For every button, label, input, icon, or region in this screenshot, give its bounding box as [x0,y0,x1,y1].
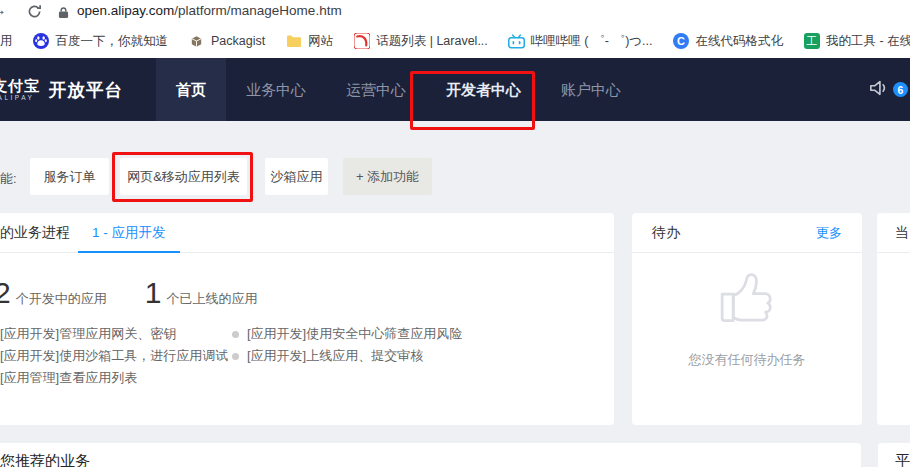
bookmark-label: 百度一下，你就知道 [56,33,169,50]
bookmark-item-packagist[interactable]: Packagist [188,33,265,50]
bookmark-item-partial[interactable]: 用 [0,33,13,50]
clipped-bottom-side-panel: 平 [878,443,910,467]
business-progress-header: 的业务进程 1 - 应用开发 [0,213,614,253]
side-panel-header: 当 [877,213,910,253]
panel-title: 的业务进程 [0,224,70,242]
todo-more-link[interactable]: 更多 [816,224,842,242]
tab-app-development[interactable]: 1 - 应用开发 [78,213,180,253]
nav-item-account-center[interactable]: 账户中心 [541,58,641,121]
checklist-right-column: [应用开发]使用安全中心筛查应用风险 [应用开发]上线应用、提交审核 [232,327,462,384]
side-panel-title: 当 [895,224,909,242]
bookmark-label: 网站 [308,33,333,50]
lock-icon[interactable] [58,5,69,23]
nav-item-business-center[interactable]: 业务中心 [226,58,326,121]
business-progress-body: 2 个开发中的应用 1 个已上线的应用 [应用开发]管理应用网关、密钥 [应用开… [0,253,614,384]
checklist-item[interactable]: [应用开发]管理应用网关、密钥 [0,327,232,340]
recommended-business-title: 您推荐的业务 [0,452,90,467]
todo-header: 待办 更多 [632,213,862,253]
todo-title: 待办 [652,224,680,242]
checklist-item[interactable]: [应用开发]使用安全中心筛查应用风险 [232,327,462,340]
recommended-business-panel: 您推荐的业务 [0,443,861,467]
sandbox-app-button[interactable]: 沙箱应用 [265,158,328,195]
app-stats: 2 个开发中的应用 1 个已上线的应用 [0,276,614,310]
browser-chrome: → open.alipay.com/platform/manageHome.ht… [0,0,910,58]
bookmark-label: 话题列表 | Laravel... [376,33,488,50]
reload-icon[interactable] [27,4,42,23]
service-orders-button[interactable]: 服务订单 [30,158,109,195]
thumbs-up-icon [710,262,784,342]
task-checklist: [应用开发]管理应用网关、密钥 [应用开发]使用沙箱工具，进行应用调试 [应用管… [0,327,614,384]
announcement-speaker-icon[interactable] [868,78,890,102]
nav-item-developer-center[interactable]: 开发者中心 [426,58,541,121]
alipay-logo[interactable]: 支付宝 ALIPAY [0,78,40,102]
navbar-menu: 首页 业务中心 运营中心 开发者中心 账户中心 [156,58,641,121]
checklist-item[interactable]: [应用开发]上线应用、提交审核 [232,349,462,362]
bookmark-item-bilibili[interactable]: 哔哩哔哩 ( ゜- ゜)つ... [508,33,653,50]
bilibili-icon [508,33,525,50]
screenshot-root: → open.alipay.com/platform/manageHome.ht… [0,0,910,467]
folder-icon [285,33,302,50]
forward-arrow-icon[interactable]: → [0,1,7,19]
notification-badge[interactable]: 6 [893,82,908,97]
bookmark-item-website-folder[interactable]: 网站 [285,33,333,50]
nav-item-home[interactable]: 首页 [156,58,226,121]
code-format-glyph: C [673,33,689,49]
todo-panel: 待办 更多 您没有任何待办任务 [632,213,862,425]
tools-icon: 工 [803,33,820,50]
baidu-paw-icon [33,33,50,50]
code-format-icon: C [673,33,690,50]
url-path: /platform/manageHome.htm [174,3,341,18]
bookmark-label: 用 [0,33,13,50]
bottom-side-panel-title: 平 [895,452,910,467]
bookmark-label: 哔哩哔哩 ( ゜- ゜)つ... [531,33,653,50]
online-apps-count: 1 [145,276,162,310]
url-host: open.alipay.com [77,3,174,18]
alipay-logo-cn: 支付宝 [0,78,40,93]
developing-apps-count: 2 [0,276,11,310]
bookmark-label: 在线代码格式化 [696,33,784,50]
alipay-logo-en: ALIPAY [0,95,40,102]
online-apps-label: 个已上线的应用 [166,290,257,308]
site-brand[interactable]: 开放平台 [49,78,123,102]
bookmark-item-baidu[interactable]: 百度一下，你就知道 [33,33,169,50]
bookmark-label: 我的工具 - 在线工具 [826,33,910,50]
bookmarks-bar: 用 百度一下，你就知道 Packagist 网站 [0,27,910,55]
developing-apps-label: 个开发中的应用 [16,290,107,308]
business-progress-panel: 的业务进程 1 - 应用开发 2 个开发中的应用 1 个已上线的应用 [应用开发… [0,213,614,425]
bookmark-item-laravel-topics[interactable]: 话题列表 | Laravel... [353,33,488,50]
learnku-icon [353,33,370,50]
packagist-icon [188,33,205,50]
quickbar-prefix-label: 能: [0,170,17,188]
bookmark-label: Packagist [211,34,265,48]
checklist-left-column: [应用开发]管理应用网关、密钥 [应用开发]使用沙箱工具，进行应用调试 [应用管… [0,327,232,384]
todo-body: 您没有任何待办任务 [632,253,862,369]
navbar-right: 6 [868,78,908,102]
nav-item-operation-center[interactable]: 运营中心 [326,58,426,121]
checklist-item[interactable]: [应用管理]查看应用列表 [0,371,232,384]
address-bar[interactable]: open.alipay.com/platform/manageHome.htm [77,3,342,18]
site-navbar: 支付宝 ALIPAY 开放平台 首页 业务中心 运营中心 开发者中心 账户中心 … [0,58,910,121]
bookmark-item-my-tools[interactable]: 工 我的工具 - 在线工具 [803,33,910,50]
clipped-side-panel: 当 [877,213,910,425]
add-feature-button[interactable]: + 添加功能 [343,158,432,195]
todo-empty-text: 您没有任何待办任务 [689,351,806,369]
web-mobile-app-list-button[interactable]: 网页&移动应用列表 [120,158,247,195]
bookmark-item-code-format[interactable]: C 在线代码格式化 [673,33,784,50]
tools-glyph: 工 [804,33,820,49]
checklist-item[interactable]: [应用开发]使用沙箱工具，进行应用调试 [0,349,232,362]
